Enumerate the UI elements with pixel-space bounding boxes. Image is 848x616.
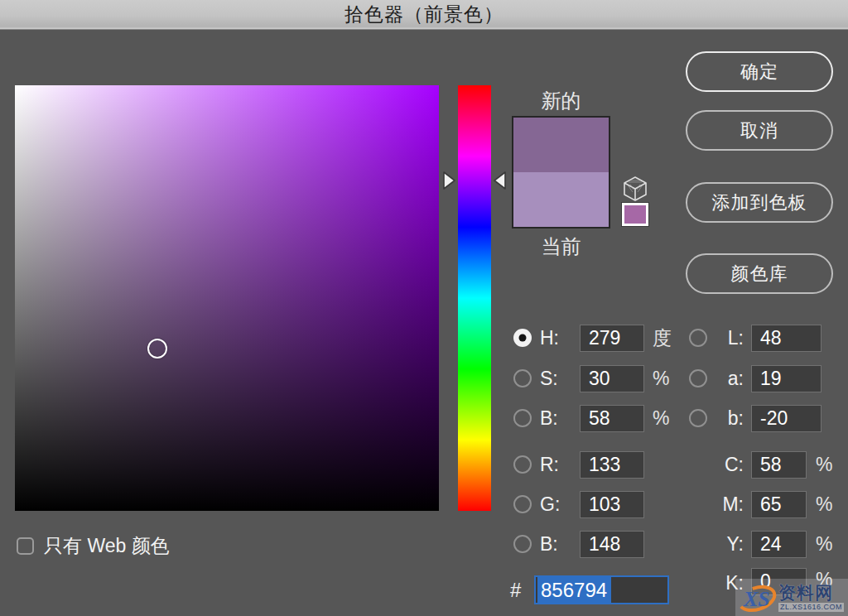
- b2-input[interactable]: [580, 531, 644, 558]
- r-label: R:: [540, 451, 559, 479]
- s-unit: %: [653, 365, 669, 392]
- current-color-swatch: [513, 172, 609, 227]
- c-label: C:: [706, 451, 744, 479]
- b2-label: B:: [540, 531, 558, 558]
- hex-prefix: #: [510, 576, 521, 604]
- cancel-button[interactable]: 取消: [686, 110, 833, 151]
- g-radio[interactable]: [513, 495, 532, 513]
- hue-slider-left-arrow-icon[interactable]: [441, 169, 457, 192]
- y-input[interactable]: [751, 531, 807, 558]
- a-input[interactable]: [751, 365, 822, 392]
- watermark: XS 资料网 ZL.XS1616.COM: [735, 579, 848, 616]
- new-current-swatch: [512, 116, 610, 229]
- h-radio[interactable]: [513, 329, 532, 347]
- saturation-brightness-field[interactable]: [15, 85, 439, 511]
- s-input[interactable]: [580, 365, 644, 392]
- h-input[interactable]: [580, 325, 644, 352]
- hex-input[interactable]: 856794: [534, 575, 669, 604]
- lab-b-label: b:: [706, 405, 744, 432]
- l-radio[interactable]: [689, 329, 707, 347]
- l-label: L:: [706, 325, 744, 352]
- hue-slider[interactable]: [458, 85, 491, 511]
- c-input[interactable]: [751, 451, 807, 479]
- s-radio[interactable]: [513, 369, 532, 387]
- y-label: Y:: [706, 531, 744, 558]
- watermark-site-name: 资料网: [778, 584, 844, 602]
- title-bar: 拾色器（前景色）: [0, 0, 848, 30]
- new-color-swatch: [513, 118, 609, 172]
- lab-b-radio[interactable]: [689, 409, 707, 427]
- g-label: G:: [540, 491, 560, 518]
- watermark-logo-icon: XS: [735, 579, 778, 616]
- g-input[interactable]: [580, 491, 644, 518]
- m-unit: %: [816, 491, 832, 518]
- m-input[interactable]: [751, 491, 807, 518]
- r-input[interactable]: [580, 451, 644, 479]
- b-radio[interactable]: [513, 409, 532, 427]
- a-radio[interactable]: [689, 369, 707, 387]
- svg-text:XS: XS: [743, 587, 770, 611]
- new-color-label: 新的: [512, 88, 610, 114]
- h-unit: 度: [653, 325, 672, 352]
- hex-selected-text: 856794: [537, 577, 611, 603]
- current-color-label: 当前: [512, 233, 610, 260]
- l-input[interactable]: [751, 325, 822, 352]
- dialog-title: 拾色器（前景色）: [344, 2, 504, 27]
- m-label: M:: [706, 491, 744, 518]
- add-to-swatches-button[interactable]: 添加到色板: [686, 182, 833, 223]
- web-gamut-warning-cube-icon[interactable]: [621, 175, 649, 203]
- lab-b-input[interactable]: [751, 405, 822, 432]
- b-input[interactable]: [580, 405, 644, 432]
- a-label: a:: [706, 365, 744, 392]
- only-web-colors-row[interactable]: 只有 Web 颜色: [17, 533, 170, 559]
- color-picker-dialog: 拾色器（前景色） 新的 当前 确定 取消 添加到色板 颜色库 H:: [0, 0, 848, 616]
- only-web-colors-checkbox[interactable]: [17, 537, 34, 555]
- b-label: B:: [540, 405, 558, 432]
- c-unit: %: [816, 451, 832, 479]
- color-libraries-button[interactable]: 颜色库: [686, 253, 833, 294]
- r-radio[interactable]: [513, 455, 532, 474]
- b-unit: %: [653, 405, 669, 432]
- color-field-marker[interactable]: [147, 339, 167, 359]
- ok-button[interactable]: 确定: [686, 51, 833, 92]
- h-label: H:: [540, 325, 559, 352]
- watermark-site-url: ZL.XS1616.COM: [778, 603, 844, 612]
- hue-slider-right-arrow-icon[interactable]: [492, 169, 508, 192]
- only-web-colors-label: 只有 Web 颜色: [44, 533, 170, 559]
- y-unit: %: [816, 531, 832, 558]
- websafe-color-swatch[interactable]: [622, 203, 648, 226]
- b2-radio[interactable]: [513, 535, 532, 553]
- s-label: S:: [540, 365, 558, 392]
